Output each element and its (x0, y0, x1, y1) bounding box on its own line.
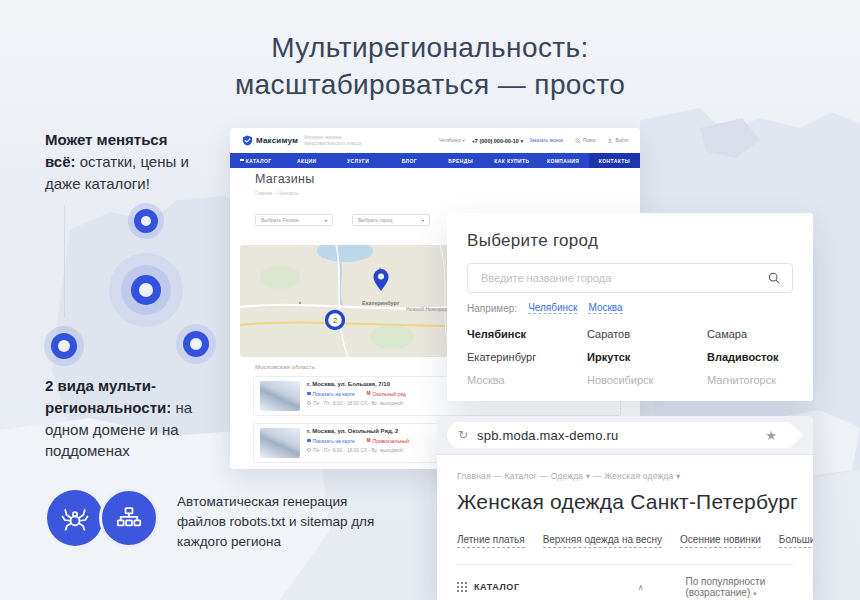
tag-link[interactable]: Летние платья (457, 534, 525, 548)
location-ring-icon (131, 275, 161, 305)
shop-nav-sales[interactable]: АКЦИИ (281, 153, 332, 168)
collapse-chevron-icon[interactable]: ∧ (638, 583, 644, 592)
city-option[interactable]: Самара (707, 328, 827, 340)
tag-link[interactable]: Большие размеры (779, 534, 813, 548)
city-option[interactable]: Екатеринбург (467, 351, 587, 363)
shop-header: Максимум Интернет магазин представительс… (230, 128, 640, 153)
chevron-down-icon: ▾ (422, 218, 424, 223)
shop-nav-catalog[interactable]: КАТАЛОГ (230, 153, 281, 168)
page-title-line1: Мультирегиональность: (0, 30, 860, 67)
city-select-modal: Выберите город Например: Челябинск Москв… (447, 213, 813, 401)
search-icon (575, 138, 581, 144)
shop-callback-link[interactable]: Заказать звонок (529, 138, 563, 143)
store-photo (260, 381, 300, 411)
slide-multiregion: Мультирегиональность: масштабироваться —… (0, 0, 860, 600)
region-filter-select[interactable]: Выбрать Регион▾ (255, 214, 333, 226)
sitemap-icon (115, 504, 143, 532)
catalog-toggle-label[interactable]: КАТАЛОГ (474, 582, 520, 592)
clock-icon (307, 401, 311, 405)
city-modal-title: Выберите город (467, 231, 793, 251)
region-group-label: Московская область (255, 364, 315, 370)
map-pin-icon (307, 439, 311, 443)
spider-icon (60, 503, 90, 533)
store-photo (260, 428, 300, 458)
sitemap-badge (99, 488, 159, 548)
shop-tagline: Интернет магазин представительского клас… (304, 135, 361, 147)
shops-breadcrumb: Главная — Контакты (255, 191, 299, 196)
location-ring-icon (134, 209, 158, 233)
sort-select[interactable]: По популярности (возрастание) ▾ (686, 576, 793, 598)
divider (457, 564, 793, 565)
store-address: г. Москва, ул. Окольный Ряд, 2 (307, 428, 398, 434)
reload-icon[interactable]: ↻ (458, 428, 468, 442)
city-option[interactable]: Владивосток (707, 351, 827, 363)
city-search-input[interactable] (479, 271, 767, 285)
city-option[interactable]: Иркутск (587, 351, 707, 363)
shop-nav-brands[interactable]: БРЕНДЫ (435, 153, 486, 168)
catalog-tags: Летние платья Верхняя одежда на весну Ос… (457, 534, 793, 548)
decorative-line (64, 206, 65, 318)
hamburger-icon (240, 159, 244, 162)
note-two-types-bold: 2 вида мульти-региональности: (45, 377, 171, 416)
search-icon[interactable] (767, 271, 781, 285)
shop-nav-blog[interactable]: БЛОГ (384, 153, 435, 168)
metro-icon: М (367, 391, 371, 396)
map-pin-icon (307, 392, 311, 396)
city-option[interactable]: Саратов (587, 328, 707, 340)
example-city-link[interactable]: Челябинск (528, 302, 577, 314)
shop-nav-howtobuy[interactable]: КАК КУПИТЬ (486, 153, 537, 168)
map-label-city2: Нижний Новгород (406, 306, 447, 312)
map-label-city1: Екатеринбург (362, 300, 400, 306)
city-option[interactable]: Челябинск (467, 328, 587, 340)
city-grid: Челябинск Саратов Самара Екатеринбург Ир… (467, 328, 793, 386)
shop-nav-services[interactable]: УСЛУГИ (333, 153, 384, 168)
page-title-line2: масштабироваться — просто (0, 67, 860, 104)
tag-link[interactable]: Верхняя одежда на весну (543, 534, 662, 548)
note-two-types: 2 вида мульти-региональности: на одном д… (45, 375, 213, 462)
city-filter-select[interactable]: Выбрать город▾ (352, 214, 430, 226)
bookmark-star-icon[interactable]: ★ (765, 428, 777, 443)
store-metro: МОкольный ряд (367, 391, 406, 397)
location-ring-icon (183, 331, 209, 357)
browser-chrome: ↻ spb.moda.max-demo.ru ★ (437, 416, 813, 455)
subdomain-browser-mockup: ↻ spb.moda.max-demo.ru ★ Главная — Катал… (437, 416, 813, 600)
shop-search-button[interactable]: Поиск (575, 138, 595, 144)
url-text[interactable]: spb.moda.max-demo.ru (477, 428, 618, 443)
shop-phone[interactable]: +7 (000) 000-00-10 ▾ (472, 138, 524, 144)
location-ring-icon (51, 333, 77, 359)
shops-page-title: Магазины (255, 172, 315, 186)
shop-login-button[interactable]: Войти (607, 138, 628, 144)
catalog-breadcrumb[interactable]: Главная — Каталог — Одежда ▾ — Женская о… (457, 471, 793, 481)
catalog-title: Женская одежда Санкт-Петербург (457, 490, 793, 514)
page-title: Мультирегиональность: масштабироваться —… (0, 30, 860, 104)
tag-link[interactable]: Осенние новинки (680, 534, 761, 548)
shop-city-selector[interactable]: Челябинск ▾ (439, 138, 465, 143)
shop-logo-text[interactable]: Максимум (256, 136, 298, 145)
grid-icon (457, 582, 467, 592)
store-address: г. Москва, ул. Большая, 7/10 (307, 381, 390, 387)
note-anything-changes: Может меняться всё: остатки, цены и даже… (45, 129, 201, 194)
user-icon (607, 138, 613, 144)
shop-logo-icon (242, 135, 253, 146)
metro-icon: М (367, 438, 371, 443)
example-city-link[interactable]: Москва (588, 302, 622, 314)
shop-nav-contacts[interactable]: КОНТАКТЫ (589, 153, 640, 168)
city-option[interactable]: Магнитогорск (707, 374, 827, 386)
store-metro: МПривокзальный (367, 438, 409, 444)
auto-generation-note: Автоматическая генерация файлов robots.t… (177, 492, 389, 552)
city-option[interactable]: Москва (467, 374, 587, 386)
map-cluster-badge: 2 (327, 312, 344, 329)
chevron-down-icon: ▾ (753, 590, 757, 597)
examples-label: Например: (467, 303, 517, 314)
city-option[interactable]: Новосибирск (587, 374, 707, 386)
catalog-page: Главная — Каталог — Одежда ▾ — Женская о… (437, 455, 813, 598)
show-on-map-link[interactable]: Показать на карте (307, 438, 355, 444)
shop-nav-company[interactable]: КОМПАНИЯ (538, 153, 589, 168)
address-bar[interactable]: ↻ spb.moda.max-demo.ru ★ (447, 422, 803, 448)
robots-crawler-badge (47, 490, 103, 546)
catalog-toolbar: КАТАЛОГ ∧ По популярности (возрастание) … (457, 576, 793, 598)
shop-nav: КАТАЛОГ АКЦИИ УСЛУГИ БЛОГ БРЕНДЫ КАК КУП… (230, 153, 640, 168)
clock-icon (307, 448, 311, 452)
show-on-map-link[interactable]: Показать на карте (307, 391, 355, 397)
city-examples-row: Например: Челябинск Москва (467, 302, 793, 314)
